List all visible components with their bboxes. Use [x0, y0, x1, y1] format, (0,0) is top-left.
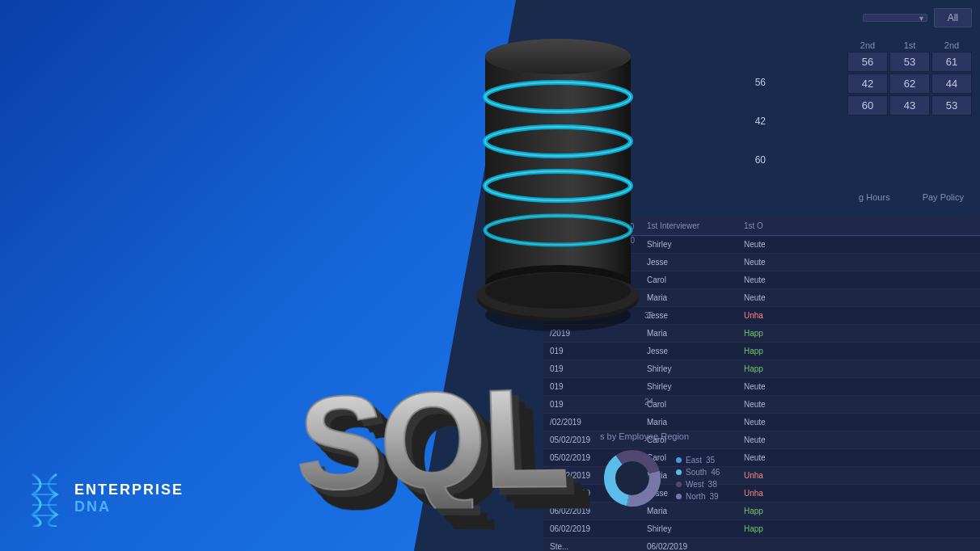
- database-cylinder: [469, 8, 647, 334]
- cell-interviewer: Carol: [640, 398, 737, 410]
- cell-interviewer: Carol: [640, 274, 737, 286]
- table-row: Ste... 06/02/2019: [543, 538, 980, 551]
- cell-interviewer: Shirley: [640, 381, 737, 393]
- dna-icon: [24, 470, 65, 527]
- db-svg: [469, 8, 647, 331]
- chart-wrapper: East 35 South 46 West 38: [600, 446, 875, 511]
- hours-col-header: g Hours: [859, 192, 890, 202]
- legend-label-south: South: [686, 468, 707, 477]
- legend-dot-east: [676, 457, 682, 463]
- legend-label-east: East: [686, 456, 702, 465]
- val-56: 56: [755, 77, 766, 88]
- pay-policy-col-header: Pay Policy: [923, 192, 964, 202]
- num-43: 43: [889, 95, 930, 116]
- legend-val-south: 46: [711, 468, 720, 477]
- cell-outcome-neute3: Neute: [737, 416, 786, 428]
- cell-outcome-neute: Neute: [737, 381, 786, 393]
- legend-dot-south: [676, 469, 682, 475]
- legend-val-west: 38: [708, 480, 717, 489]
- sql-svg: SQL: [286, 359, 568, 509]
- cell-outcome: Neute: [737, 238, 786, 250]
- legend-dot-north: [676, 494, 682, 499]
- num-60: 60: [847, 95, 888, 116]
- num-44: 44: [931, 74, 972, 94]
- svg-point-21: [485, 273, 631, 309]
- top-bar: All: [863, 8, 972, 27]
- num-53b: 53: [931, 95, 972, 116]
- num-53: 53: [889, 52, 930, 72]
- filter-dropdown[interactable]: [863, 14, 927, 22]
- num-62: 62: [889, 74, 930, 94]
- chart-legend: East 35 South 46 West 38: [676, 456, 720, 501]
- logo-area: ENTERPRISE DNA: [24, 470, 184, 527]
- cell-interviewer: Jesse: [640, 309, 737, 322]
- cell-date: 019: [543, 345, 640, 357]
- cell-outcome-happy2: Happ: [737, 345, 786, 357]
- enterprise-label: ENTERPRISE: [74, 482, 184, 498]
- col-2nd2-header: 2nd: [931, 40, 972, 50]
- cell-extra: [737, 540, 786, 551]
- cell-outcome-unhappy: Unha: [737, 309, 786, 322]
- main-container: All 2nd 1st 2nd 56 53 61 42 62 44: [0, 0, 980, 551]
- legend-dot-west: [676, 482, 682, 487]
- cell-date: 06/02/2019: [543, 523, 640, 535]
- val-42: 42: [755, 116, 766, 127]
- cell-outcome-happy3: Happ: [737, 363, 786, 375]
- cell-interviewer: Jesse: [640, 256, 737, 268]
- cell-outcome-neute2: Neute: [737, 398, 786, 410]
- cell-outcome: Neute: [737, 292, 786, 304]
- cell-outcome-happy: Happ: [737, 327, 786, 339]
- cell-interviewer: Shirley: [640, 363, 737, 375]
- num-61: 61: [931, 52, 972, 72]
- cell-outcome: Neute: [737, 274, 786, 286]
- table-row: 019 Jesse Happ: [543, 343, 980, 360]
- table-row: 019 Carol Neute: [543, 396, 980, 414]
- cell-date-06: 06/02/2019: [640, 540, 737, 551]
- legend-val-north: 39: [709, 492, 718, 501]
- legend-west: West 38: [676, 480, 720, 489]
- table-row: 019 Shirley Happ: [543, 360, 980, 378]
- num-56: 56: [847, 52, 888, 72]
- bar-24-label: 24: [644, 397, 653, 406]
- cell-outcome-neute4: Neute: [737, 434, 786, 446]
- cell-interviewer: Jesse: [640, 345, 737, 357]
- svg-point-18: [485, 39, 631, 74]
- col-1st-header: 1st: [889, 40, 930, 50]
- cell-interviewer: Maria: [640, 327, 737, 339]
- legend-label-north: North: [686, 492, 705, 501]
- col-2nd-header: 2nd: [847, 40, 888, 50]
- dna-label: DNA: [74, 498, 184, 515]
- cell-interviewer: Shirley: [640, 238, 737, 250]
- svg-point-4: [616, 462, 648, 494]
- header-interviewer: 1st Interviewer: [640, 220, 737, 232]
- hours-paypolicy-headers: g Hours Pay Policy: [859, 192, 964, 202]
- table-row: 06/02/2019 Shirley Happ: [543, 520, 980, 538]
- legend-north: North 39: [676, 492, 720, 501]
- cell-interviewer: Maria: [640, 416, 737, 428]
- all-label[interactable]: All: [934, 8, 972, 27]
- cell-interviewer: Shirley: [640, 523, 737, 535]
- table-row: 019 Shirley Neute: [543, 378, 980, 396]
- legend-east: East 35: [676, 456, 720, 465]
- cell-outcome-happy5: Happ: [737, 523, 786, 535]
- logo-text: ENTERPRISE DNA: [74, 482, 184, 515]
- val-60: 60: [755, 154, 766, 166]
- donut-chart: [600, 446, 665, 511]
- sql-3d-text: SQL: [286, 359, 568, 512]
- cell-outcome: Neute: [737, 256, 786, 268]
- chart-section: s by Employee Region: [600, 446, 875, 511]
- header-outcome: 1st O: [737, 220, 786, 232]
- legend-south: South 46: [676, 468, 720, 477]
- num-42: 42: [847, 74, 888, 94]
- numbers-section: 2nd 1st 2nd 56 53 61 42 62 44 60 43 53: [847, 40, 972, 117]
- svg-text:SQL: SQL: [294, 360, 568, 509]
- legend-label-west: West: [686, 480, 704, 489]
- table-row: /02/2019 Maria Neute: [543, 414, 980, 431]
- cell-name-ste: Ste...: [543, 540, 640, 551]
- legend-val-east: 35: [706, 456, 715, 465]
- cell-interviewer: Maria: [640, 292, 737, 304]
- chart-title: s by Employee Region: [600, 431, 689, 441]
